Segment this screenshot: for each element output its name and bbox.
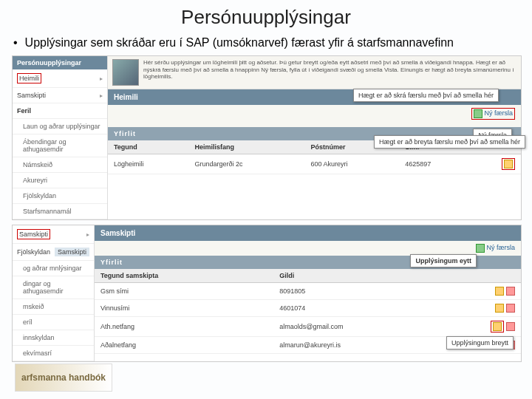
sidebar-item[interactable]: ekvímasrí bbox=[13, 346, 94, 361]
bullet-dot: • bbox=[13, 36, 18, 49]
contacts-table: Tegund samskipta Gildi Upplýsingum eytt … bbox=[95, 269, 521, 354]
sidebar-item[interactable]: dingar og athugasemdir bbox=[13, 276, 94, 299]
screenshot-samskipti: Samskipti▸ Fjölskyldan Samskipti og aðra… bbox=[12, 225, 522, 362]
tooltip-edit: Hægt er að breyta færslu með því að smel… bbox=[374, 135, 525, 149]
col-type: Tegund bbox=[108, 140, 188, 154]
main-panel-2: Samskipti Ný færsla Yfirlit Tegund samsk… bbox=[95, 225, 521, 354]
chevron-icon: ▸ bbox=[100, 75, 103, 82]
edit-button[interactable] bbox=[502, 158, 515, 170]
sidebar-2: Samskipti▸ Fjölskyldan Samskipti og aðra… bbox=[13, 225, 95, 361]
tooltip-new: Hægt er að skrá færslu með því að smella… bbox=[353, 89, 499, 102]
col-value: Gildi bbox=[273, 269, 457, 283]
table-row: Gsm sími8091805 bbox=[95, 283, 521, 300]
col-address: Heimilisfang bbox=[188, 140, 304, 154]
table-row: Lögheimili Grundargerði 2c 600 Akureyri … bbox=[108, 154, 521, 174]
sidebar-item[interactable]: Samskipti▸ bbox=[13, 88, 107, 103]
sidebar-header: Persónuupplýsingar bbox=[13, 56, 107, 69]
intro-text: Hér sérðu upplýsingar um lögheimili þitt… bbox=[143, 59, 516, 86]
sidebar-item[interactable]: Fjölskyldan bbox=[13, 188, 107, 204]
slide-title: Persónuupplýsingar bbox=[0, 0, 532, 29]
sidebar-item[interactable]: Ábendingar og athugasemdir bbox=[13, 134, 107, 157]
screenshot-heimili: Persónuupplýsingar Heimili▸ Samskipti▸ F… bbox=[12, 55, 522, 220]
pencil-icon[interactable] bbox=[495, 287, 504, 296]
intro-image bbox=[112, 59, 139, 86]
col-contact-type: Tegund samskipta bbox=[95, 269, 273, 283]
sidebar-tab[interactable]: Samskipti▸ bbox=[13, 225, 94, 244]
sidebar-item[interactable]: og aðrar mnlýsingar bbox=[13, 261, 94, 276]
table-row: Ath.netfangalmaolds@gmail.com Upplýsingu… bbox=[95, 317, 521, 337]
trash-icon[interactable] bbox=[506, 322, 515, 331]
main-panel-1: Hér sérðu upplýsingar um lögheimili þitt… bbox=[108, 56, 521, 174]
intro-banner: Hér sérðu upplýsingar um lögheimili þitt… bbox=[108, 56, 521, 89]
pencil-icon bbox=[504, 160, 513, 168]
table-row: Vinnusími4601074 bbox=[95, 300, 521, 317]
new-entry-row: Ný færsla bbox=[95, 241, 521, 256]
sidebar-item[interactable]: innskyldan bbox=[13, 330, 94, 346]
overview-table: Tegund Heimilisfang Póstnúmer Sími Löghe… bbox=[108, 140, 521, 174]
chevron-icon: ▸ bbox=[100, 92, 103, 99]
section-header-samskipti: Samskipti bbox=[95, 225, 521, 241]
chevron-icon: ▸ bbox=[86, 231, 89, 238]
pencil-icon[interactable] bbox=[493, 322, 502, 331]
trash-icon[interactable] bbox=[506, 304, 515, 313]
plus-icon bbox=[474, 109, 482, 118]
sidebar-item[interactable]: Feril bbox=[13, 103, 107, 119]
sidebar-item[interactable]: Starfsmannamál bbox=[13, 204, 107, 219]
pencil-icon[interactable] bbox=[495, 304, 504, 313]
new-entry-button[interactable]: Ný færsla bbox=[471, 108, 515, 120]
sidebar-item[interactable]: Akureyri bbox=[13, 173, 107, 188]
tooltip-delete: Upplýsingum eytt bbox=[410, 254, 477, 267]
bullet-line: •Upplýsingar sem skráðar eru í SAP (umsó… bbox=[0, 29, 532, 54]
sidebar-item[interactable]: Námskeið bbox=[13, 157, 107, 173]
sidebar-1: Persónuupplýsingar Heimili▸ Samskipti▸ F… bbox=[13, 56, 108, 219]
bullet-text: Upplýsingar sem skráðar eru í SAP (umsók… bbox=[25, 36, 454, 49]
plus-icon bbox=[476, 244, 485, 253]
sidebar-item[interactable]: Fjölskyldan Samskipti bbox=[13, 244, 94, 261]
sidebar-item[interactable]: mskeið bbox=[13, 299, 94, 315]
trash-icon[interactable] bbox=[506, 287, 515, 296]
sidebar-item[interactable]: Laun og aðrar upplýsingar bbox=[13, 119, 107, 134]
tooltip-edit: Upplýsingum breytt bbox=[446, 336, 514, 349]
handbook-logo: arfsmanna handbók bbox=[15, 364, 112, 392]
new-entry-button[interactable]: Ný færsla bbox=[476, 244, 515, 251]
table-header-row: Tegund samskipta Gildi Upplýsingum eytt bbox=[95, 269, 521, 283]
sidebar-item[interactable]: Heimili▸ bbox=[13, 69, 107, 88]
sidebar-item[interactable]: eríl bbox=[13, 315, 94, 330]
